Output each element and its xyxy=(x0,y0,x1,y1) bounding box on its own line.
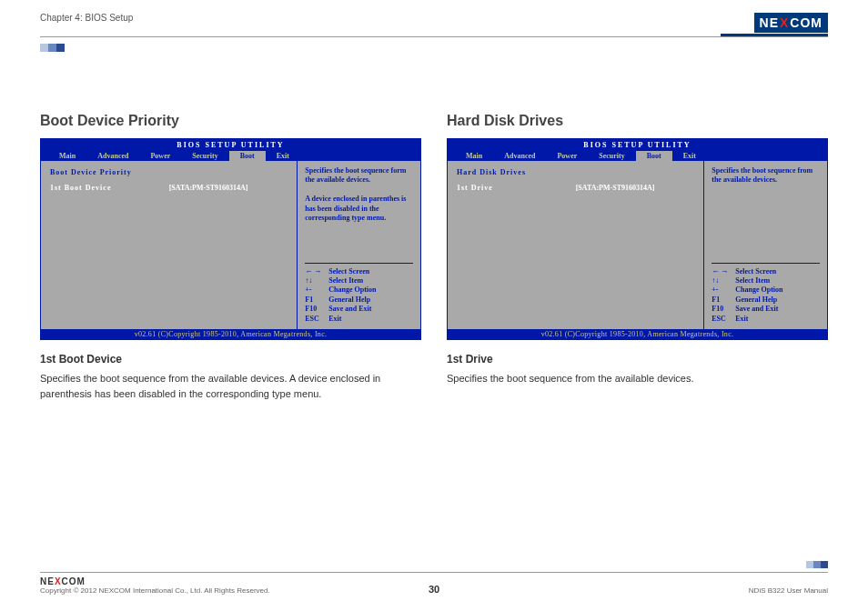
body-text-left: Specifies the boot sequence from the ava… xyxy=(40,371,421,401)
logo-part-right: COM xyxy=(790,15,823,30)
bios-key-row: +-Change Option xyxy=(305,285,413,295)
bios-key-row: ↑↓Select Item xyxy=(712,276,820,285)
bios-menu-item-power[interactable]: Power xyxy=(139,151,181,161)
bios-hint-text: Specifies the boot sequence from the ava… xyxy=(712,166,820,185)
bios-menu-item-boot[interactable]: Boot xyxy=(229,151,266,161)
bios-key-row: F10Save and Exit xyxy=(712,305,820,314)
bios-subheading: Boot Device Priority xyxy=(50,168,288,176)
bios-option-value: [SATA:PM-ST9160314A] xyxy=(169,184,288,192)
bios-footer: v02.61 (C)Copyright 1985-2010, American … xyxy=(448,329,827,339)
subheading-right: 1st Drive xyxy=(447,353,828,366)
section-heading-left: Boot Device Priority xyxy=(40,113,421,129)
bios-menu-item-advanced[interactable]: Advanced xyxy=(493,151,546,161)
bios-menu-item-main[interactable]: Main xyxy=(455,151,493,161)
bios-option-row[interactable]: 1st Drive [SATA:PM-ST9160314A] xyxy=(457,184,694,192)
left-column: Boot Device Priority BIOS SETUP UTILITY … xyxy=(40,113,421,401)
bios-menu-item-security[interactable]: Security xyxy=(181,151,228,161)
bios-hint-text: Specifies the boot sequence form the ava… xyxy=(305,166,413,223)
bios-menu-item-security[interactable]: Security xyxy=(588,151,635,161)
decorative-squares xyxy=(40,44,65,52)
bios-key-legend: ← →Select Screen↑↓Select Item+-Change Op… xyxy=(305,263,413,324)
logo-x-icon: X xyxy=(780,15,789,30)
bios-subheading: Hard Disk Drives xyxy=(457,168,694,176)
header-divider xyxy=(40,36,828,37)
page-footer: NEXCOM Copyright © 2012 NEXCOM Internati… xyxy=(40,572,828,595)
bios-option-value: [SATA:PM-ST9160314A] xyxy=(576,184,695,192)
right-column: Hard Disk Drives BIOS SETUP UTILITY Main… xyxy=(447,113,828,401)
body-text-right: Specifies the boot sequence from the ava… xyxy=(447,371,828,386)
bios-key-row: ESCExit xyxy=(712,315,820,324)
bios-key-row: ← →Select Screen xyxy=(305,267,413,276)
chapter-label: Chapter 4: BIOS Setup xyxy=(40,13,133,23)
section-heading-right: Hard Disk Drives xyxy=(447,113,828,129)
bios-menu-item-main[interactable]: Main xyxy=(48,151,86,161)
subheading-left: 1st Boot Device xyxy=(40,353,421,366)
bios-menu-item-exit[interactable]: Exit xyxy=(266,151,300,161)
page-number: 30 xyxy=(40,584,828,595)
bios-menu-item-power[interactable]: Power xyxy=(546,151,588,161)
bios-key-row: F1General Help xyxy=(305,295,413,305)
bios-menu: MainAdvancedPowerSecurityBootExit xyxy=(448,151,827,161)
bios-key-row: ESCExit xyxy=(305,315,413,324)
bios-menu: MainAdvancedPowerSecurityBootExit xyxy=(41,151,420,161)
bios-key-row: +-Change Option xyxy=(712,285,820,295)
bios-key-row: F10Save and Exit xyxy=(305,305,413,314)
bios-title: BIOS SETUP UTILITY xyxy=(448,139,827,151)
bios-option-label: 1st Boot Device xyxy=(50,184,169,192)
bios-side-panel: Specifies the boot sequence from the ava… xyxy=(704,161,827,329)
bios-main-panel: Hard Disk Drives 1st Drive [SATA:PM-ST91… xyxy=(448,161,704,329)
bios-menu-item-exit[interactable]: Exit xyxy=(672,151,707,161)
bios-side-panel: Specifies the boot sequence form the ava… xyxy=(298,161,420,329)
bios-key-row: ↑↓Select Item xyxy=(305,276,413,285)
brand-logo: NE X COM xyxy=(721,13,828,36)
bios-screenshot-left: BIOS SETUP UTILITY MainAdvancedPowerSecu… xyxy=(40,138,421,340)
bios-key-row: ← →Select Screen xyxy=(712,267,820,276)
bios-key-legend: ← →Select Screen↑↓Select Item+-Change Op… xyxy=(712,263,820,324)
bios-option-row[interactable]: 1st Boot Device [SATA:PM-ST9160314A] xyxy=(50,184,288,192)
bios-main-panel: Boot Device Priority 1st Boot Device [SA… xyxy=(41,161,298,329)
bios-key-row: F1General Help xyxy=(712,295,820,305)
bios-option-label: 1st Drive xyxy=(457,184,576,192)
bios-footer: v02.61 (C)Copyright 1985-2010, American … xyxy=(41,329,420,339)
logo-part-left: NE xyxy=(760,15,779,30)
bios-menu-item-boot[interactable]: Boot xyxy=(636,151,672,161)
bios-menu-item-advanced[interactable]: Advanced xyxy=(86,151,139,161)
bios-title: BIOS SETUP UTILITY xyxy=(41,139,420,151)
footer-decorative-squares xyxy=(806,561,828,568)
bios-screenshot-right: BIOS SETUP UTILITY MainAdvancedPowerSecu… xyxy=(447,138,828,340)
